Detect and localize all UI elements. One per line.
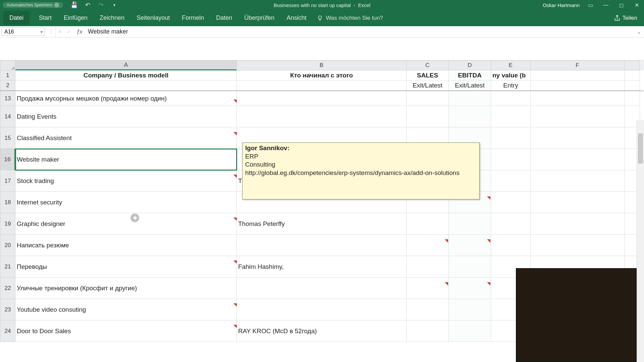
- fx-icon[interactable]: ƒx: [73, 26, 86, 37]
- row-header-1[interactable]: 1: [0, 70, 15, 80]
- cell-F15[interactable]: [531, 127, 625, 149]
- col-header-A[interactable]: A: [15, 60, 237, 70]
- cell-B22[interactable]: [237, 278, 407, 299]
- tab-einfuegen[interactable]: Einfügen: [58, 11, 94, 25]
- autosave-toggle[interactable]: Automatisches Speichern: [3, 2, 63, 8]
- row-header-13[interactable]: 13: [0, 91, 15, 106]
- tab-formeln[interactable]: Formeln: [176, 11, 210, 25]
- cell-A21[interactable]: Переводы: [15, 256, 237, 278]
- cell-D24[interactable]: [449, 320, 491, 342]
- cell-F2[interactable]: [531, 80, 625, 90]
- cell-A14[interactable]: Dating Events: [15, 106, 237, 127]
- cell-B24[interactable]: RAY KROC (McD в 52года): [237, 320, 407, 342]
- share-button[interactable]: Teilen: [610, 13, 641, 23]
- cell-B23[interactable]: [237, 299, 407, 320]
- row-header-19[interactable]: 19: [0, 213, 15, 235]
- cell-F1[interactable]: [531, 70, 625, 80]
- cell-F20[interactable]: [531, 235, 625, 256]
- cell-A22[interactable]: Уличные тренировки (Кросфит и другие): [15, 278, 237, 299]
- row-header-14[interactable]: 14: [0, 106, 15, 127]
- tab-start[interactable]: Start: [33, 11, 58, 25]
- ribbon-options-icon[interactable]: ▭: [586, 2, 595, 8]
- row-header-22[interactable]: 22: [0, 278, 15, 299]
- cell-B19[interactable]: Thomas Peterffy: [237, 213, 407, 235]
- cell-E20[interactable]: [491, 235, 531, 256]
- undo-icon[interactable]: ↶: [84, 1, 91, 9]
- cell-B21[interactable]: Fahim Hashimy,: [237, 256, 407, 278]
- row-header-23[interactable]: 23: [0, 299, 15, 320]
- cell-A16[interactable]: Website maker: [15, 149, 237, 170]
- cell-D19[interactable]: [449, 213, 491, 235]
- scrollbar-thumb[interactable]: [638, 133, 643, 164]
- select-all-button[interactable]: [0, 60, 15, 70]
- tab-zeichnen[interactable]: Zeichnen: [94, 11, 130, 25]
- row-header-20[interactable]: 20: [0, 235, 15, 256]
- cell-C1[interactable]: SALES: [407, 70, 449, 80]
- cell-E19[interactable]: [491, 213, 531, 235]
- row-header-16[interactable]: 16: [0, 149, 15, 170]
- row-header-24[interactable]: 24: [0, 320, 15, 342]
- cell-E18[interactable]: [491, 192, 531, 213]
- cell-E2[interactable]: Entry: [491, 80, 531, 90]
- col-header-D[interactable]: D: [449, 60, 491, 70]
- cell-F16[interactable]: [531, 149, 625, 170]
- file-tab[interactable]: Datei: [3, 11, 30, 25]
- cell-B1[interactable]: Кто начинал с этого: [237, 70, 407, 80]
- cell-A15[interactable]: Classified Assistent: [15, 127, 237, 149]
- cell-C13[interactable]: [407, 91, 449, 106]
- cell-E16[interactable]: [491, 149, 531, 170]
- cell-F14[interactable]: [531, 106, 625, 127]
- cell-B14[interactable]: [237, 106, 407, 127]
- cell-C22[interactable]: [407, 278, 449, 299]
- cell-D21[interactable]: [449, 256, 491, 278]
- row-header-21[interactable]: 21: [0, 256, 15, 278]
- cell-blank2[interactable]: [625, 80, 640, 90]
- cell-E14[interactable]: [491, 106, 531, 127]
- formula-expand-icon[interactable]: ⌄: [634, 26, 644, 37]
- cell-A19[interactable]: Graphic designer: [15, 213, 237, 235]
- tab-daten[interactable]: Daten: [210, 11, 238, 25]
- cell-E17[interactable]: [491, 170, 531, 192]
- cell-B2[interactable]: [237, 80, 407, 90]
- row-header-17[interactable]: 17: [0, 170, 15, 192]
- cell-blank13[interactable]: [625, 91, 640, 106]
- cell-C20[interactable]: [407, 235, 449, 256]
- cell-A20[interactable]: Написать резюме: [15, 235, 237, 256]
- row-header-18[interactable]: 18: [0, 192, 15, 213]
- cell-A23[interactable]: Youtube video consuting: [15, 299, 237, 320]
- cell-F19[interactable]: [531, 213, 625, 235]
- tab-ueberpruefen[interactable]: Überprüfen: [238, 11, 280, 25]
- cell-B13[interactable]: [237, 91, 407, 106]
- cell-D23[interactable]: [449, 299, 491, 320]
- cell-D2[interactable]: Exit/Latest: [449, 80, 491, 90]
- redo-icon[interactable]: ↷: [97, 1, 105, 9]
- minimize-icon[interactable]: —: [601, 2, 610, 8]
- close-icon[interactable]: ✕: [632, 2, 641, 8]
- cell-F17[interactable]: [531, 170, 625, 192]
- cell-D20[interactable]: [449, 235, 491, 256]
- cell-C21[interactable]: [407, 256, 449, 278]
- cell-E15[interactable]: [491, 127, 531, 149]
- cell-C23[interactable]: [407, 299, 449, 320]
- cell-A13[interactable]: Продажа мусорных мешков (продажи номер о…: [15, 91, 237, 106]
- cell-D1[interactable]: EBITDA: [449, 70, 491, 80]
- cell-C19[interactable]: [407, 213, 449, 235]
- cell-D13[interactable]: [449, 91, 491, 106]
- vertical-scrollbar[interactable]: [637, 120, 644, 362]
- cell-B20[interactable]: [237, 235, 407, 256]
- cell-A17[interactable]: Stock trading: [15, 170, 237, 192]
- cell-blank1[interactable]: [625, 70, 640, 80]
- cell-D14[interactable]: [449, 106, 491, 127]
- qat-customize-icon[interactable]: ▾: [111, 3, 118, 7]
- cell-F13[interactable]: [531, 91, 625, 106]
- tab-ansicht[interactable]: Ansicht: [280, 11, 312, 25]
- cell-C24[interactable]: [407, 320, 449, 342]
- formula-input[interactable]: [86, 26, 634, 37]
- name-box[interactable]: A16 ▼: [1, 27, 45, 36]
- col-header-F[interactable]: F: [531, 60, 625, 70]
- save-icon[interactable]: 💾: [70, 1, 78, 9]
- cell-E1[interactable]: ny value (b: [491, 70, 531, 80]
- col-header-C[interactable]: C: [407, 60, 449, 70]
- row-header-15[interactable]: 15: [0, 127, 15, 149]
- cell-F18[interactable]: [531, 192, 625, 213]
